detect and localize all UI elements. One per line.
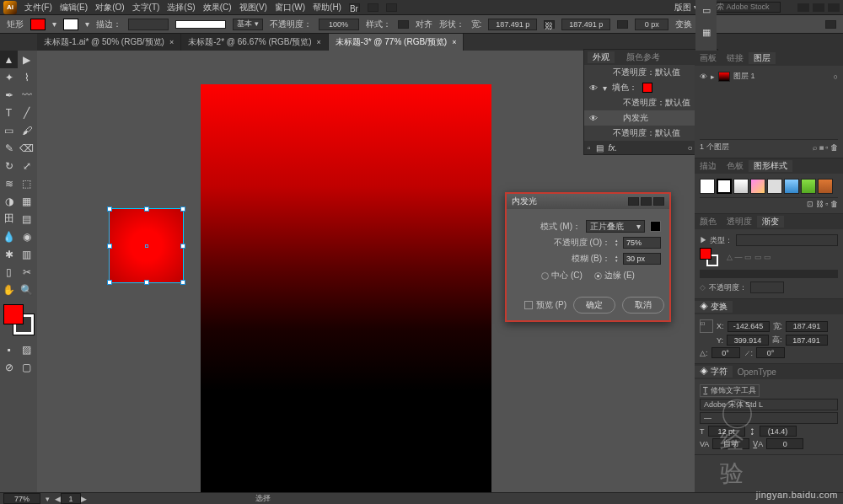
style-swatch[interactable] xyxy=(733,179,749,194)
align-label[interactable]: 对齐 xyxy=(416,19,432,30)
screen-mode-icon[interactable]: ▢ xyxy=(18,358,35,376)
resize-handle[interactable] xyxy=(107,206,112,212)
glow-blur-input[interactable] xyxy=(623,253,661,265)
color-mode-icon[interactable]: ▪ xyxy=(0,340,18,358)
artboard-tool[interactable]: ▯ xyxy=(0,263,18,281)
none-mode-icon[interactable]: ⊘ xyxy=(0,358,18,376)
artboards-tab[interactable]: 画板 xyxy=(695,52,722,64)
resize-handle[interactable] xyxy=(144,280,149,285)
zoom-tool[interactable]: 🔍 xyxy=(18,281,35,298)
style-swatch[interactable] xyxy=(750,179,765,194)
stroke-profile[interactable] xyxy=(175,20,226,29)
gradient-tab[interactable]: 渐变 xyxy=(757,216,784,228)
direct-selection-tool[interactable]: ▶ xyxy=(18,51,35,68)
eraser-tool[interactable]: ⌫ xyxy=(18,139,35,157)
gradient-mode-icon[interactable]: ▨ xyxy=(18,340,35,358)
x-input[interactable] xyxy=(728,321,770,332)
menu-object[interactable]: 对象(O) xyxy=(95,2,124,13)
lasso-tool[interactable]: ⌇ xyxy=(18,68,35,86)
symbol-sprayer-tool[interactable]: ✱ xyxy=(0,245,18,263)
style-swatch[interactable] xyxy=(717,179,732,194)
glow-color-swatch[interactable] xyxy=(650,221,661,232)
zoom-input[interactable] xyxy=(3,493,40,504)
visibility-icon[interactable]: 👁 xyxy=(589,114,598,123)
gradient-type-dropdown[interactable] xyxy=(736,234,838,246)
stroke-weight-input[interactable] xyxy=(128,19,169,30)
slice-tool[interactable]: ✂ xyxy=(18,263,35,281)
glow-opacity-input[interactable] xyxy=(623,237,661,249)
tracking-input[interactable] xyxy=(766,438,803,449)
rectangle-tool[interactable]: ▭ xyxy=(0,121,18,139)
paintbrush-tool[interactable]: 🖌 xyxy=(18,121,35,139)
w-input[interactable] xyxy=(786,321,828,332)
shape-builder-tool[interactable]: ◑ xyxy=(0,192,18,210)
selected-rectangle[interactable] xyxy=(110,209,183,282)
menu-edit[interactable]: 编辑(E) xyxy=(60,2,88,13)
style-swatch[interactable] xyxy=(767,179,782,194)
rotate-tool[interactable]: ↻ xyxy=(0,157,18,174)
reference-point[interactable]: ⊡ xyxy=(700,319,713,333)
stroke-swatch[interactable] xyxy=(63,19,78,30)
tab-close-icon[interactable]: × xyxy=(452,38,456,46)
inner-glow-effect[interactable]: 内发光 xyxy=(623,112,648,124)
arrange2-icon[interactable] xyxy=(386,3,397,12)
stroke-tab[interactable]: 描边 xyxy=(695,160,722,172)
shear-input[interactable] xyxy=(756,347,785,358)
magic-wand-tool[interactable]: ✦ xyxy=(0,68,18,86)
appearance-tab[interactable]: 外观 xyxy=(588,51,615,63)
bridge-icon[interactable]: Br xyxy=(349,3,360,12)
graph-tool[interactable]: ▥ xyxy=(18,245,35,263)
h-input[interactable] xyxy=(786,335,828,346)
opentype-tab[interactable]: OpenType xyxy=(733,367,781,377)
hand-tool[interactable]: ✋ xyxy=(0,281,18,298)
menu-select[interactable]: 选择(S) xyxy=(167,2,195,13)
transparency-tab[interactable]: 透明度 xyxy=(722,216,757,228)
style-swatch[interactable] xyxy=(801,179,816,194)
menu-file[interactable]: 文件(F) xyxy=(24,2,52,13)
resize-handle[interactable] xyxy=(107,280,112,285)
links-tab[interactable]: 链接 xyxy=(722,52,749,64)
libraries-icon[interactable]: ▦ xyxy=(700,25,713,39)
resize-handle[interactable] xyxy=(180,244,185,249)
canvas-area[interactable]: 外观 颜色参考 ▸≡ 不透明度：默认值 👁▾填色： 不透明度：默认值 👁内发光f… xyxy=(37,51,695,492)
fill-swatch[interactable] xyxy=(30,19,46,30)
maximize-icon[interactable] xyxy=(813,3,824,12)
resize-handle[interactable] xyxy=(144,206,149,212)
menu-help[interactable]: 帮助(H) xyxy=(313,2,341,13)
visibility-icon[interactable]: 👁 xyxy=(589,83,598,93)
color-tab[interactable]: 颜色 xyxy=(695,216,722,228)
y-input[interactable] xyxy=(727,335,769,346)
type-tool[interactable]: T xyxy=(0,104,18,121)
scale-tool[interactable]: ⤢ xyxy=(18,157,35,174)
resize-handle[interactable] xyxy=(180,280,185,285)
leading-input[interactable] xyxy=(760,426,797,437)
free-transform-tool[interactable]: ⬚ xyxy=(18,174,35,192)
transform-label[interactable]: 变换 xyxy=(675,19,692,30)
properties-icon[interactable]: ▭ xyxy=(700,3,713,17)
link-wh-icon[interactable]: ⛓ xyxy=(544,20,555,29)
preview-checkbox[interactable]: 预览 (P) xyxy=(524,299,566,311)
workspace-switcher[interactable]: 版图 ▾ xyxy=(674,2,698,13)
layer-row[interactable]: 👁 ▸ 图层 1 ○ xyxy=(700,71,838,82)
style-swatch[interactable] xyxy=(784,179,799,194)
angle-input[interactable] xyxy=(711,347,740,358)
selection-tool[interactable]: ▲ xyxy=(0,51,18,68)
eyedropper-tool[interactable]: 💧 xyxy=(0,228,18,245)
graphic-style-picker[interactable] xyxy=(398,20,409,29)
corner-icon[interactable] xyxy=(617,20,628,29)
style-swatch[interactable] xyxy=(700,179,715,194)
resize-handle[interactable] xyxy=(180,206,185,212)
center-point[interactable] xyxy=(145,244,148,248)
width-tool[interactable]: ≋ xyxy=(0,174,18,192)
dlg-icon[interactable] xyxy=(628,197,639,206)
transform-tab[interactable]: ◈ 变换 xyxy=(695,301,733,313)
gradient-slider[interactable] xyxy=(700,270,838,278)
artboard-nav-input[interactable] xyxy=(61,493,81,504)
menu-text[interactable]: 文字(T) xyxy=(132,2,160,13)
blend-tool[interactable]: ◉ xyxy=(18,228,35,245)
visibility-icon[interactable]: 👁 xyxy=(700,72,707,81)
fill-color-icon[interactable] xyxy=(642,83,652,93)
blend-mode-dropdown[interactable]: 正片叠底▾ xyxy=(586,220,645,233)
style-basic[interactable]: 基本 ▾ xyxy=(233,19,263,30)
tab-close-icon[interactable]: × xyxy=(317,38,321,46)
